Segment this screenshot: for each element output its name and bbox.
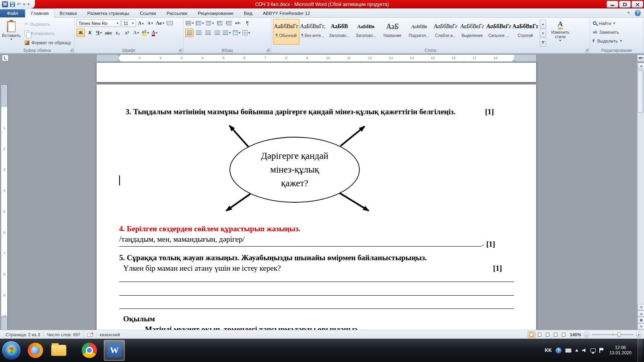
previous-page-button[interactable] bbox=[638, 311, 644, 317]
volume-icon[interactable] bbox=[582, 348, 587, 352]
zoom-slider-thumb[interactable] bbox=[617, 332, 621, 337]
qat-customize-icon[interactable] bbox=[27, 4, 30, 5]
print-layout-view-button[interactable] bbox=[528, 331, 535, 338]
highlight-button[interactable]: аб bbox=[141, 29, 150, 37]
style-chip-subtle-emphasis[interactable]: АаБбВвГгСлабое в... bbox=[432, 19, 459, 45]
zoom-out-button[interactable]: − bbox=[584, 332, 589, 337]
action-center-flag-icon[interactable] bbox=[599, 348, 603, 353]
grow-font-button[interactable]: А bbox=[137, 19, 145, 27]
mindmap-diagram[interactable]: Дәрігерге қандай мінез-құлық қажет? bbox=[217, 121, 378, 217]
change-styles-button[interactable]: А Изменить стили bbox=[547, 19, 573, 47]
bold-button[interactable]: Ж bbox=[76, 29, 85, 37]
firefox-taskbar-button[interactable] bbox=[27, 341, 44, 359]
align-right-button[interactable] bbox=[204, 29, 212, 37]
decrease-indent-button[interactable] bbox=[215, 19, 224, 27]
vertical-ruler[interactable]: 12345678910 bbox=[1, 85, 7, 330]
clipboard-dialog-launcher[interactable] bbox=[70, 48, 74, 52]
bullets-button[interactable] bbox=[185, 19, 194, 27]
web-layout-view-button[interactable] bbox=[544, 331, 551, 338]
find-button[interactable]: Найти bbox=[592, 19, 642, 27]
chrome-taskbar-button[interactable] bbox=[80, 341, 98, 359]
page-indicator[interactable]: Страница: 2 из 3 bbox=[2, 331, 44, 338]
outline-view-button[interactable] bbox=[552, 331, 559, 338]
styles-scroll-down-button[interactable] bbox=[540, 29, 546, 38]
styles-scroll-up-button[interactable] bbox=[540, 20, 546, 29]
redo-dropdown-icon[interactable] bbox=[23, 4, 25, 5]
scroll-up-button[interactable] bbox=[638, 63, 644, 69]
maximize-button[interactable] bbox=[619, 1, 631, 8]
shrink-font-button[interactable]: А bbox=[146, 19, 155, 27]
underline-button[interactable]: Ч bbox=[95, 29, 103, 37]
explorer-taskbar-button[interactable] bbox=[50, 341, 68, 359]
font-dialog-launcher[interactable] bbox=[178, 48, 182, 52]
sort-button[interactable]: АЯ↓ bbox=[234, 19, 242, 27]
keyboard-language[interactable]: KK bbox=[545, 348, 552, 353]
start-button[interactable] bbox=[2, 341, 21, 360]
save-icon[interactable] bbox=[10, 2, 15, 7]
subscript-button[interactable]: x₂ bbox=[114, 29, 122, 37]
horizontal-ruler[interactable]: 123456789101112131415161718 bbox=[97, 55, 536, 62]
style-chip-title[interactable]: АаБНазвание bbox=[379, 19, 406, 45]
style-chip-no-spacing[interactable]: АаБбВвГг,¶ Без инте... bbox=[299, 19, 326, 45]
word-app-icon[interactable]: W bbox=[2, 1, 8, 7]
paragraph-dialog-launcher[interactable] bbox=[266, 48, 270, 52]
font-name-select[interactable]: Times New Ro bbox=[76, 19, 121, 27]
justify-button[interactable] bbox=[213, 29, 221, 37]
undo-icon[interactable]: ↶ bbox=[17, 2, 21, 7]
tab-file[interactable]: Файл bbox=[0, 9, 25, 17]
style-chip-emphasis[interactable]: АаБбВвГгВыделение bbox=[459, 19, 485, 45]
italic-button[interactable]: К bbox=[86, 29, 94, 37]
collapse-ribbon-icon[interactable]: ^ bbox=[627, 11, 630, 16]
tab-view[interactable]: Вид bbox=[239, 9, 258, 17]
word-taskbar-button[interactable]: W bbox=[104, 340, 125, 361]
show-desktop-button[interactable] bbox=[638, 339, 642, 362]
help-icon[interactable]: ? bbox=[635, 10, 641, 16]
cut-button[interactable]: ✂ Вырезать bbox=[23, 20, 73, 28]
text-effects-button[interactable]: А bbox=[132, 29, 140, 37]
document-page[interactable]: 3. Тыңдалым мәтінінің мазмұны бойынша дә… bbox=[97, 84, 536, 330]
format-painter-button[interactable]: Формат по образцу bbox=[23, 38, 73, 47]
replace-button[interactable]: ab Заменить bbox=[592, 28, 642, 36]
copy-button[interactable]: Копировать bbox=[23, 29, 73, 37]
style-chip-intense-emphasis[interactable]: АаБбВвГгСильное ... bbox=[485, 19, 512, 45]
tray-clock[interactable]: 12:06 13.01.2020 bbox=[607, 345, 634, 356]
tab-home[interactable]: Главная bbox=[25, 9, 54, 18]
shading-button[interactable] bbox=[232, 29, 241, 37]
tab-page-layout[interactable]: Разметка страницы bbox=[82, 9, 134, 17]
numbering-button[interactable] bbox=[195, 19, 204, 27]
vertical-scrollbar[interactable] bbox=[637, 63, 644, 330]
font-size-select[interactable]: 11 bbox=[122, 19, 136, 27]
right-indent-marker[interactable] bbox=[512, 59, 516, 62]
select-browse-object-button[interactable] bbox=[638, 317, 644, 323]
network-icon[interactable] bbox=[590, 348, 596, 352]
zoom-slider[interactable] bbox=[592, 332, 634, 337]
tab-insert[interactable]: Вставка bbox=[54, 9, 82, 17]
zoom-in-button[interactable]: + bbox=[636, 332, 642, 337]
increase-indent-button[interactable] bbox=[225, 19, 233, 27]
word-count[interactable]: Число слов: 997 bbox=[44, 331, 84, 338]
change-case-button[interactable]: Аа bbox=[155, 19, 165, 27]
first-line-indent-marker[interactable] bbox=[117, 55, 121, 57]
next-page-button[interactable] bbox=[638, 323, 644, 330]
draft-view-button[interactable] bbox=[560, 331, 568, 338]
style-chip-heading1[interactable]: АаБбВЗаголово... bbox=[326, 19, 353, 45]
tab-mailings[interactable]: Рассылки bbox=[161, 9, 193, 17]
select-button[interactable]: Выделить bbox=[592, 37, 642, 45]
styles-dialog-launcher[interactable] bbox=[585, 48, 589, 52]
tray-help-icon[interactable]: ? bbox=[555, 348, 561, 354]
zoom-level[interactable]: 140% bbox=[570, 332, 581, 337]
close-button[interactable] bbox=[632, 1, 643, 8]
show-marks-button[interactable]: ¶ bbox=[243, 19, 252, 27]
style-chip-strong[interactable]: АаБбВвГг,Строгий bbox=[512, 19, 539, 45]
line-spacing-button[interactable] bbox=[222, 29, 231, 37]
ruler-toggle-button[interactable] bbox=[637, 55, 644, 62]
borders-button[interactable] bbox=[242, 29, 251, 37]
tab-references[interactable]: Ссылки bbox=[134, 9, 161, 17]
tab-selector[interactable]: L bbox=[2, 55, 8, 61]
tray-expand-icon[interactable] bbox=[575, 349, 578, 352]
style-chip-heading2[interactable]: АаБбВвЗаголово... bbox=[353, 19, 379, 45]
align-left-button[interactable] bbox=[185, 29, 194, 37]
paste-button[interactable]: Вставить bbox=[2, 19, 21, 46]
scroll-down-button[interactable] bbox=[638, 304, 644, 311]
minimize-button[interactable] bbox=[607, 1, 618, 8]
